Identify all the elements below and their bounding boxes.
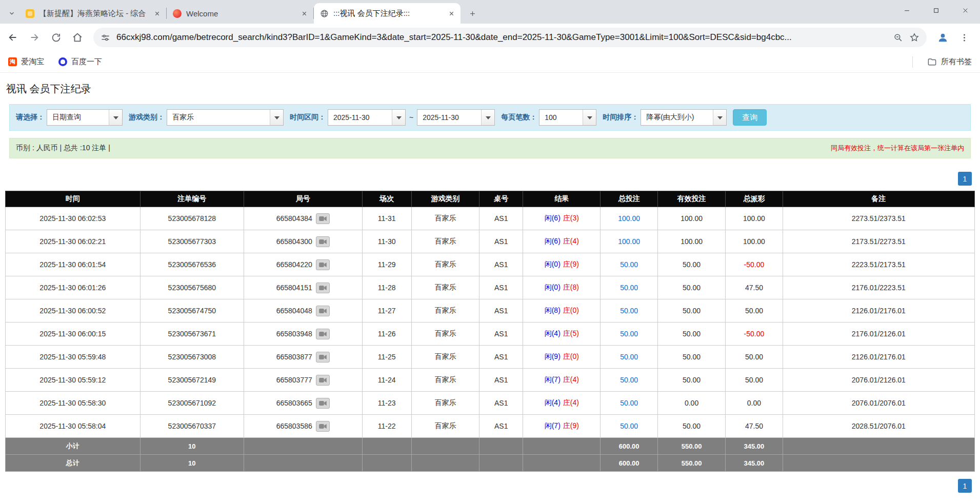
minimize-icon[interactable] bbox=[892, 0, 922, 21]
cell-valid-bet: 50.00 bbox=[657, 322, 725, 346]
pagination-page-1[interactable]: 1 bbox=[958, 479, 972, 493]
video-replay-icon[interactable] bbox=[316, 329, 330, 339]
home-icon[interactable] bbox=[68, 28, 87, 47]
total-bet-link[interactable]: 50.00 bbox=[620, 330, 638, 338]
new-tab-icon[interactable] bbox=[465, 6, 480, 21]
cell-bet-id: 523005676536 bbox=[140, 253, 244, 276]
browser-tab-welcome[interactable]: Welcome bbox=[167, 3, 313, 24]
address-bar[interactable]: 66cxkj98.com/game/betrecord_search/kind3… bbox=[93, 28, 927, 47]
site-settings-icon[interactable] bbox=[101, 33, 110, 43]
cell-round: 665803877 bbox=[244, 346, 362, 369]
total-bet-link[interactable]: 50.00 bbox=[620, 376, 638, 384]
chevron-down-icon[interactable] bbox=[481, 110, 494, 125]
video-replay-icon[interactable] bbox=[316, 398, 330, 409]
total-bet-link[interactable]: 100.00 bbox=[618, 214, 640, 223]
table-row: 2025-11-30 05:58:04 523005670337 6658035… bbox=[6, 415, 975, 438]
chevron-down-icon[interactable] bbox=[392, 110, 405, 125]
result-banker: 庄(0) bbox=[563, 306, 579, 314]
video-replay-icon[interactable] bbox=[316, 375, 330, 386]
date-range-label: 时间区间： bbox=[290, 113, 326, 122]
cell-table-no: AS1 bbox=[479, 322, 523, 346]
video-replay-icon[interactable] bbox=[316, 352, 330, 362]
reload-icon[interactable] bbox=[46, 28, 66, 47]
total-bet-link[interactable]: 50.00 bbox=[620, 260, 638, 269]
tab-close-icon[interactable] bbox=[152, 8, 162, 18]
game-type-select[interactable]: 百家乐 bbox=[167, 109, 284, 126]
total-bet-link[interactable]: 50.00 bbox=[620, 284, 638, 292]
tab-close-icon[interactable] bbox=[446, 8, 456, 18]
cell-round: 665803665 bbox=[244, 392, 362, 415]
maximize-icon[interactable] bbox=[922, 0, 951, 21]
result-player: 闲(4) bbox=[545, 329, 561, 337]
chevron-down-icon[interactable] bbox=[713, 110, 726, 125]
search-button[interactable]: 查询 bbox=[733, 109, 767, 126]
video-replay-icon[interactable] bbox=[316, 259, 330, 270]
cell-note: 2176.01/2223.51 bbox=[783, 276, 974, 299]
bookmark-aitaobao[interactable]: 淘 爱淘宝 bbox=[8, 57, 44, 67]
tab-list-chevron-down-icon[interactable] bbox=[4, 3, 19, 24]
cell-note: 2076.01/2126.01 bbox=[783, 369, 974, 392]
total-bet-link[interactable]: 50.00 bbox=[620, 399, 638, 407]
tab-close-icon[interactable] bbox=[299, 8, 309, 18]
video-replay-icon[interactable] bbox=[316, 421, 330, 432]
chevron-down-icon[interactable] bbox=[583, 110, 596, 125]
back-icon[interactable] bbox=[3, 28, 23, 47]
cell-payout: 50.00 bbox=[726, 346, 783, 369]
cell-total-bet: 50.00 bbox=[601, 369, 658, 392]
round-number: 665803948 bbox=[276, 330, 312, 338]
date-start-value: 2025-11-30 bbox=[328, 110, 392, 125]
cell-round: 665804300 bbox=[244, 230, 362, 253]
total-bet-link[interactable]: 50.00 bbox=[620, 307, 638, 315]
round-number: 665804300 bbox=[276, 237, 312, 246]
date-start-select[interactable]: 2025-11-30 bbox=[328, 109, 406, 126]
chevron-down-icon[interactable] bbox=[109, 110, 122, 125]
cell-game-type: 百家乐 bbox=[411, 369, 479, 392]
total-row: 总计 10 600.00 550.00 345.00 bbox=[6, 455, 975, 472]
total-label: 总计 bbox=[6, 455, 141, 472]
video-replay-icon[interactable] bbox=[316, 236, 330, 247]
time-sort-select[interactable]: 降幂(由大到小) bbox=[641, 109, 727, 126]
menu-dots-icon[interactable] bbox=[954, 28, 974, 47]
subtotal-payout: 345.00 bbox=[726, 438, 783, 455]
video-replay-icon[interactable] bbox=[316, 306, 330, 316]
bookmark-baidu[interactable]: 百度一下 bbox=[58, 57, 102, 67]
browser-tab-forum[interactable]: 【新提醒】海燕策略论坛 - 综合 bbox=[19, 3, 166, 24]
all-bookmarks-button[interactable]: 所有书签 bbox=[927, 57, 972, 67]
forward-icon[interactable] bbox=[25, 28, 44, 47]
bookmark-star-icon[interactable] bbox=[909, 32, 919, 43]
cell-session: 11-31 bbox=[362, 207, 411, 230]
video-replay-icon[interactable] bbox=[316, 213, 330, 224]
browser-toolbar: 66cxkj98.com/game/betrecord_search/kind3… bbox=[0, 24, 980, 51]
url-text[interactable]: 66cxkj98.com/game/betrecord_search/kind3… bbox=[116, 32, 887, 43]
cell-time: 2025-11-30 05:58:30 bbox=[6, 392, 141, 415]
currency-summary-text: 币别 : 人民币 | 总共 :10 注单 | bbox=[16, 144, 110, 153]
cell-session: 11-29 bbox=[362, 253, 411, 276]
cell-game-type: 百家乐 bbox=[411, 322, 479, 346]
total-bet-link[interactable]: 100.00 bbox=[618, 237, 640, 246]
cell-empty bbox=[362, 455, 411, 472]
zoom-icon[interactable] bbox=[893, 33, 903, 43]
total-bet-link[interactable]: 50.00 bbox=[620, 422, 638, 430]
date-end-select[interactable]: 2025-11-30 bbox=[417, 109, 495, 126]
total-bet-link[interactable]: 50.00 bbox=[620, 353, 638, 361]
profile-avatar[interactable] bbox=[933, 28, 952, 47]
cell-bet-id: 523005674750 bbox=[140, 299, 244, 322]
cell-payout: 0.00 bbox=[726, 392, 783, 415]
date-range-separator: ~ bbox=[409, 113, 413, 122]
cell-empty bbox=[479, 455, 523, 472]
cell-table-no: AS1 bbox=[479, 369, 523, 392]
result-player: 闲(0) bbox=[545, 283, 561, 291]
query-mode-select[interactable]: 日期查询 bbox=[47, 109, 123, 126]
cell-result: 闲(0)庄(8) bbox=[523, 276, 601, 299]
video-replay-icon[interactable] bbox=[316, 283, 330, 293]
cell-payout: -50.00 bbox=[726, 253, 783, 276]
chevron-down-icon[interactable] bbox=[270, 110, 283, 125]
close-icon[interactable] bbox=[951, 0, 980, 21]
browser-tab-betrecord[interactable]: :::视讯 会员下注纪录::: bbox=[314, 3, 461, 24]
total-valid-bet: 550.00 bbox=[657, 455, 725, 472]
column-header: 桌号 bbox=[479, 191, 523, 207]
pagination-page-1[interactable]: 1 bbox=[958, 172, 972, 186]
table-row: 2025-11-30 06:00:52 523005674750 6658040… bbox=[6, 299, 975, 322]
per-page-select[interactable]: 100 bbox=[539, 109, 596, 126]
cell-result: 闲(8)庄(0) bbox=[523, 299, 601, 322]
